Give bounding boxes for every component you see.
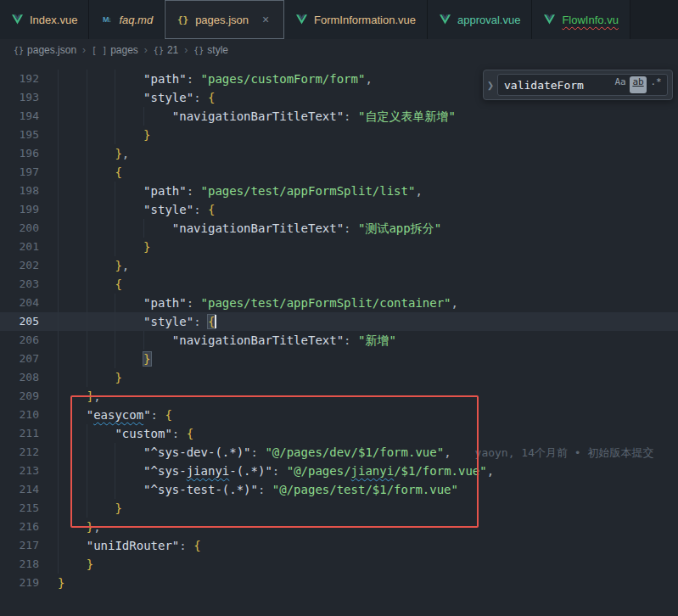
code-token: :: [187, 72, 201, 86]
line-number[interactable]: 213: [0, 462, 39, 480]
line-number[interactable]: 209: [0, 387, 39, 406]
line-number[interactable]: 206: [0, 331, 39, 350]
vue-icon: [11, 14, 24, 25]
find-query-text: validateForm: [504, 79, 611, 92]
code-line-206[interactable]: 206 "navigationBarTitleText": "新增": [0, 331, 678, 350]
tab-forminformation-vue[interactable]: FormInformation.vue: [284, 0, 428, 39]
code-token: :: [193, 315, 208, 328]
code-line-207[interactable]: 207 }: [0, 350, 678, 368]
code-token: :: [193, 91, 208, 104]
indent-guide: [143, 219, 172, 238]
code-line-204[interactable]: 204 "path": "pages/test/appFormSplit/con…: [0, 294, 678, 312]
indent-guide: [115, 126, 143, 144]
line-number[interactable]: 204: [0, 294, 39, 312]
code-line-205[interactable]: 205 "style": {: [0, 312, 678, 331]
code-line-194[interactable]: 194 "navigationBarTitleText": "自定义表单新增": [0, 107, 678, 126]
line-number[interactable]: 203: [0, 275, 39, 294]
regex-toggle[interactable]: .*: [647, 76, 664, 93]
code-line-195[interactable]: 195 }: [0, 126, 678, 144]
code-token: }: [87, 520, 93, 534]
code-token: ,: [93, 520, 100, 534]
code-line-215[interactable]: 215 }: [0, 499, 678, 518]
code-line-199[interactable]: 199 "style": {: [0, 200, 678, 219]
tab-pages-json[interactable]: {}pages.json×: [165, 0, 284, 39]
code-line-210[interactable]: 210 "easycom": {: [0, 406, 678, 424]
code-line-214[interactable]: 214 "^sys-test-(.*)": "@/pages/test/$1/f…: [0, 480, 678, 499]
line-number[interactable]: 207: [0, 350, 39, 368]
code-line-198[interactable]: 198 "path": "pages/test/appFormSplit/lis…: [0, 182, 678, 200]
code-line-219[interactable]: 219}: [0, 574, 678, 592]
indent-guide: [87, 312, 115, 331]
code-token: :: [193, 203, 208, 216]
line-number[interactable]: 212: [0, 443, 39, 462]
code-token: :: [258, 483, 272, 496]
indent-guide: [58, 555, 87, 574]
indent-guide: [58, 238, 87, 256]
tab-approval-vue[interactable]: approval.vue: [428, 0, 532, 39]
code-line-208[interactable]: 208 }: [0, 368, 678, 387]
code-line-217[interactable]: 217 "uniIdRouter": {: [0, 536, 678, 555]
code-token: }: [115, 147, 121, 160]
match-case-toggle[interactable]: Aa: [612, 76, 629, 93]
line-number[interactable]: 202: [0, 256, 39, 275]
line-number[interactable]: 199: [0, 200, 39, 219]
line-number[interactable]: 198: [0, 182, 39, 200]
indent-guide: [58, 107, 87, 126]
code-line-209[interactable]: 209 ],: [0, 387, 678, 406]
line-number[interactable]: 195: [0, 126, 39, 144]
indent-guide: [58, 406, 87, 424]
line-number[interactable]: 200: [0, 219, 39, 238]
code-line-202[interactable]: 202 },: [0, 256, 678, 275]
indent-guide: [58, 368, 87, 387]
line-number[interactable]: 215: [0, 499, 39, 518]
line-number[interactable]: 196: [0, 144, 39, 163]
indent-guide: [58, 518, 87, 536]
code-line-201[interactable]: 201 }: [0, 238, 678, 256]
code-line-212[interactable]: 212 "^sys-dev-(.*)": "@/pages/dev/$1/for…: [0, 443, 678, 462]
line-number[interactable]: 219: [0, 574, 39, 592]
tab-flowinfo-vu[interactable]: FlowInfo.vu: [532, 0, 630, 39]
close-tab-icon[interactable]: ×: [259, 13, 272, 26]
line-number[interactable]: 197: [0, 163, 39, 182]
line-content: "style": {: [58, 312, 678, 331]
tab-index-vue[interactable]: Index.vue: [0, 0, 89, 39]
line-number[interactable]: 208: [0, 368, 39, 387]
code-token: }: [115, 259, 121, 272]
line-number[interactable]: 205: [0, 312, 39, 331]
line-number[interactable]: 217: [0, 536, 39, 555]
code-line-197[interactable]: 197 {: [0, 163, 678, 182]
code-line-213[interactable]: 213 "^sys-jianyi-(.*)": "@/pages/jianyi/…: [0, 462, 678, 480]
breadcrumb-item-pages-json[interactable]: {}pages.json: [14, 44, 76, 56]
code-token: "path": [143, 296, 187, 310]
indent-guide: [115, 70, 143, 88]
breadcrumb-item-pages[interactable]: [ ]pages: [92, 44, 138, 56]
line-number[interactable]: 214: [0, 480, 39, 499]
line-number[interactable]: 210: [0, 406, 39, 424]
find-input[interactable]: validateForm Aaab.*: [497, 74, 668, 96]
line-number[interactable]: 216: [0, 518, 39, 536]
code-line-196[interactable]: 196 },: [0, 144, 678, 163]
line-number[interactable]: 194: [0, 107, 39, 126]
whole-word-toggle[interactable]: ab: [630, 76, 647, 93]
code-line-218[interactable]: 218 }: [0, 555, 678, 574]
code-line-200[interactable]: 200 "navigationBarTitleText": "测试app拆分": [0, 219, 678, 238]
line-number[interactable]: 218: [0, 555, 39, 574]
toggle-replace-chevron-icon[interactable]: ❯: [484, 81, 497, 90]
line-number[interactable]: 201: [0, 238, 39, 256]
code-line-203[interactable]: 203 {: [0, 275, 678, 294]
breadcrumb-item-21[interactable]: {}21: [154, 44, 178, 56]
tab-faq-md[interactable]: M↓faq.md: [89, 0, 165, 39]
indent-guide: [87, 368, 115, 387]
code-line-216[interactable]: 216 },: [0, 518, 678, 536]
line-content: "uniIdRouter": {: [58, 536, 678, 555]
line-content: "custom": {: [58, 424, 678, 443]
editor: 192 "path": "pages/customForm/form",193 …: [0, 61, 678, 616]
line-number[interactable]: 211: [0, 424, 39, 443]
breadcrumb-item-style[interactable]: {}style: [193, 44, 228, 56]
line-content: "^sys-test-(.*)": "@/pages/test/$1/form.…: [58, 480, 678, 499]
code-token: ": [87, 408, 93, 422]
line-number[interactable]: 193: [0, 88, 39, 107]
indent-guide: [87, 294, 115, 312]
code-line-211[interactable]: 211 "custom": {: [0, 424, 678, 443]
line-number[interactable]: 192: [0, 70, 39, 88]
